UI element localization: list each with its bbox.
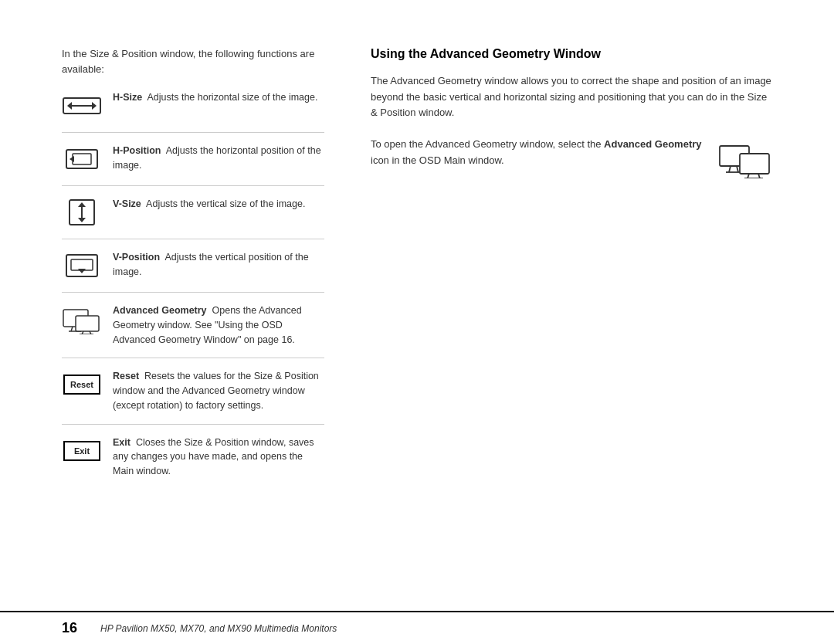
footer-text: HP Pavilion MX50, MX70, and MX90 Multime… (100, 623, 337, 634)
h-size-label: H-Size (113, 92, 142, 103)
exit-icon-box: Exit (62, 436, 102, 466)
v-position-label: V-Position (113, 252, 160, 263)
footer: 16 HP Pavilion MX50, MX70, and MX90 Mult… (0, 611, 834, 644)
page-number: 16 (62, 620, 85, 636)
svg-line-15 (71, 327, 73, 331)
exit-button-display: Exit (63, 441, 100, 461)
h-size-desc: Adjusts the horizontal size of the image… (147, 92, 317, 103)
advanced-geometry-right-icon (718, 137, 772, 178)
svg-rect-18 (76, 316, 99, 331)
para2-bold: Advanced Geometry (604, 138, 701, 150)
svg-rect-5 (73, 154, 91, 164)
left-column: In the Size & Position window, the follo… (62, 46, 324, 580)
v-size-icon-box (62, 197, 102, 228)
h-position-text: H-Position Adjusts the horizontal positi… (113, 144, 324, 173)
feature-advanced-geometry: Advanced Geometry Opens the Advanced Geo… (62, 303, 324, 358)
reset-text: Reset Resets the values for the Size & P… (113, 369, 324, 412)
v-position-icon (62, 252, 102, 280)
exit-desc: Closes the Size & Position window, saves… (113, 437, 314, 477)
feature-v-position: V-Position Adjusts the vertical position… (62, 250, 324, 293)
right-column: Using the Advanced Geometry Window The A… (371, 46, 772, 580)
advanced-geometry-text: Advanced Geometry Opens the Advanced Geo… (113, 303, 324, 347)
svg-rect-12 (71, 259, 93, 270)
svg-line-24 (737, 166, 738, 172)
section-title: Using the Advanced Geometry Window (371, 46, 772, 63)
reset-bold-label: Reset (113, 371, 139, 381)
section-para2-text: To open the Advanced Geometry window, se… (371, 137, 703, 169)
svg-marker-1 (67, 102, 72, 110)
advanced-geometry-icon-box (62, 303, 102, 334)
h-position-label: H-Position (113, 145, 161, 156)
intro-text: In the Size & Position window, the follo… (62, 46, 324, 76)
svg-line-23 (729, 166, 731, 172)
para2-prefix: To open the Advanced Geometry window, se… (371, 138, 604, 150)
svg-marker-8 (78, 202, 86, 207)
advanced-geometry-right-svg (718, 140, 772, 178)
svg-rect-26 (740, 154, 769, 174)
v-size-icon (62, 198, 102, 226)
section-para1: The Advanced Geometry window allows you … (371, 73, 772, 121)
v-size-desc: Adjusts the vertical size of the image. (146, 198, 305, 209)
reset-button-display: Reset (63, 375, 100, 395)
section-para2-container: To open the Advanced Geometry window, se… (371, 137, 772, 178)
page: In the Size & Position window, the follo… (0, 0, 834, 644)
feature-h-position: H-Position Adjusts the horizontal positi… (62, 144, 324, 186)
reset-icon-box: Reset (62, 369, 102, 400)
h-size-icon (62, 92, 102, 120)
h-size-icon-box (62, 90, 102, 121)
svg-marker-2 (92, 102, 97, 110)
exit-label: Exit (74, 446, 90, 456)
h-position-icon-box (62, 144, 102, 175)
feature-v-size: V-Size Adjusts the vertical size of the … (62, 197, 324, 239)
v-position-icon-box (62, 250, 102, 281)
feature-h-size: H-Size Adjusts the horizontal size of th… (62, 90, 324, 133)
para2-suffix: icon in the OSD Main window. (371, 154, 504, 166)
svg-marker-13 (78, 269, 86, 273)
reset-label: Reset (70, 380, 93, 389)
svg-marker-6 (70, 156, 74, 162)
feature-exit: Exit Exit Closes the Size & Position win… (62, 436, 324, 490)
v-size-text: V-Size Adjusts the vertical size of the … (113, 197, 324, 212)
exit-bold-label: Exit (113, 437, 131, 448)
exit-text: Exit Closes the Size & Position window, … (113, 436, 324, 479)
v-size-label: V-Size (113, 198, 141, 209)
content-area: In the Size & Position window, the follo… (0, 0, 834, 611)
h-size-text: H-Size Adjusts the horizontal size of th… (113, 90, 324, 105)
v-position-text: V-Position Adjusts the vertical position… (113, 250, 324, 280)
advanced-geometry-label: Advanced Geometry (113, 305, 207, 316)
feature-reset: Reset Reset Resets the values for the Si… (62, 369, 324, 424)
h-position-icon (62, 145, 102, 173)
advanced-geometry-icon (62, 303, 102, 334)
svg-marker-9 (78, 218, 86, 222)
reset-desc: Resets the values for the Size & Positio… (113, 371, 319, 411)
